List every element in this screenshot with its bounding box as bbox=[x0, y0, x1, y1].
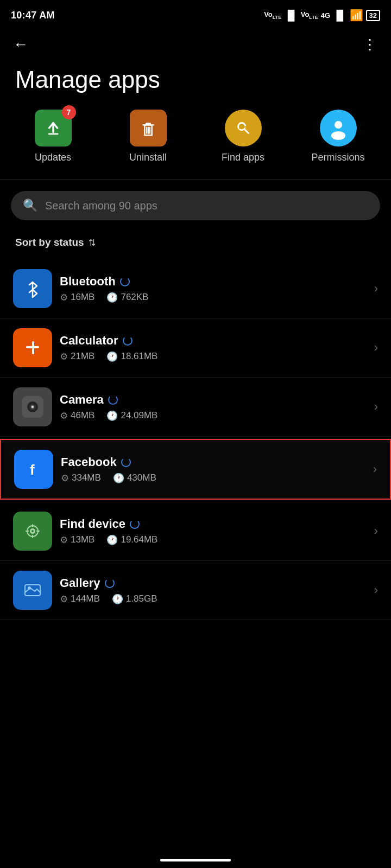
overflow-menu-button[interactable]: ⋮ bbox=[363, 36, 378, 53]
app-item-camera[interactable]: Camera ⚙ 46MB 🕐 24.09MB › bbox=[0, 378, 391, 437]
top-nav: ← ⋮ bbox=[0, 28, 391, 61]
search-icon: 🔍 bbox=[23, 199, 37, 213]
gallery-chevron-icon: › bbox=[374, 583, 378, 597]
camera-chevron-icon: › bbox=[374, 400, 378, 414]
app-item-calculator[interactable]: Calculator ⚙ 21MB 🕐 18.61MB › bbox=[0, 318, 391, 378]
gallery-meta: ⚙ 144MB 🕐 1.85GB bbox=[60, 593, 367, 605]
status-icons: VoLTE ▐▌ VoLTE 4G ▐▌ 📶 32 bbox=[264, 9, 380, 22]
action-updates[interactable]: 7 Updates bbox=[15, 110, 91, 163]
bluetooth-symbol bbox=[22, 278, 43, 299]
camera-info: Camera ⚙ 46MB 🕐 24.09MB bbox=[52, 393, 374, 422]
clock-icon-cam: 🕐 bbox=[106, 410, 118, 422]
action-permissions[interactable]: Permissions bbox=[300, 110, 376, 163]
bluetooth-name: Bluetooth bbox=[60, 275, 116, 289]
facebook-storage: ⚙ 334MB bbox=[61, 473, 101, 484]
camera-storage: ⚙ 46MB bbox=[60, 410, 94, 422]
storage-icon-calc: ⚙ bbox=[60, 351, 68, 362]
gallery-name: Gallery bbox=[60, 576, 100, 590]
uninstall-icon-wrap bbox=[130, 110, 167, 146]
app-item-finddevice[interactable]: Find device ⚙ 13MB 🕐 19.64MB › bbox=[0, 502, 391, 561]
app-item-gallery[interactable]: Gallery ⚙ 144MB 🕐 1.85GB › bbox=[0, 561, 391, 620]
svg-rect-1 bbox=[48, 133, 58, 135]
clock-icon: 🕐 bbox=[106, 292, 118, 303]
bluetooth-info: Bluetooth ⚙ 16MB 🕐 762KB bbox=[52, 275, 374, 303]
camera-cache: 🕐 24.09MB bbox=[106, 410, 157, 422]
divider bbox=[0, 180, 391, 180]
storage-icon-gallery: ⚙ bbox=[60, 593, 68, 605]
permissions-icon bbox=[326, 116, 350, 140]
sort-arrows-icon: ⇅ bbox=[89, 238, 96, 248]
calculator-info: Calculator ⚙ 21MB 🕐 18.61MB bbox=[52, 334, 374, 362]
volte-icon: VoLTE bbox=[264, 10, 281, 20]
camera-symbol bbox=[22, 396, 43, 418]
app-item-facebook[interactable]: f Facebook ⚙ 334MB 🕐 430MB › bbox=[0, 439, 391, 500]
finddevice-cache: 🕐 19.64MB bbox=[106, 534, 157, 546]
status-bar: 10:47 AM VoLTE ▐▌ VoLTE 4G ▐▌ 📶 32 bbox=[0, 0, 391, 28]
clock-icon-find: 🕐 bbox=[106, 534, 118, 546]
permissions-label: Permissions bbox=[311, 152, 364, 163]
updates-icon-wrap: 7 bbox=[35, 110, 72, 146]
svg-point-21 bbox=[32, 406, 34, 408]
facebook-app-icon: f bbox=[14, 450, 53, 489]
finddevice-chevron-icon: › bbox=[374, 524, 378, 538]
gallery-loading-icon bbox=[105, 578, 115, 588]
facebook-info: Facebook ⚙ 334MB 🕐 430MB bbox=[53, 455, 373, 484]
calculator-meta: ⚙ 21MB 🕐 18.61MB bbox=[60, 351, 367, 362]
svg-point-30 bbox=[28, 586, 31, 590]
search-bar[interactable]: 🔍 Search among 90 apps bbox=[11, 191, 380, 220]
gallery-symbol bbox=[22, 579, 43, 601]
finddevice-meta: ⚙ 13MB 🕐 19.64MB bbox=[60, 534, 367, 546]
finddevice-name: Find device bbox=[60, 517, 125, 531]
svg-point-12 bbox=[331, 131, 345, 140]
finddevice-info: Find device ⚙ 13MB 🕐 19.64MB bbox=[52, 517, 374, 546]
calculator-symbol bbox=[22, 337, 43, 359]
facebook-loading-icon bbox=[121, 457, 131, 467]
storage-icon-cam: ⚙ bbox=[60, 410, 68, 422]
gallery-info: Gallery ⚙ 144MB 🕐 1.85GB bbox=[52, 576, 374, 605]
bluetooth-cache: 🕐 762KB bbox=[106, 292, 148, 303]
bluetooth-loading-icon bbox=[120, 277, 130, 286]
4g-icon: 4G bbox=[321, 11, 330, 20]
page-title: Manage apps bbox=[0, 61, 391, 110]
uninstall-icon bbox=[138, 118, 159, 138]
facebook-name: Facebook bbox=[61, 455, 117, 469]
app-list: Bluetooth ⚙ 16MB 🕐 762KB › bbox=[0, 259, 391, 620]
action-uninstall[interactable]: Uninstall bbox=[110, 110, 186, 163]
updates-badge: 7 bbox=[62, 105, 76, 119]
facebook-meta: ⚙ 334MB 🕐 430MB bbox=[61, 473, 365, 484]
findapps-icon: APPS bbox=[233, 118, 254, 138]
calculator-app-icon bbox=[13, 328, 52, 367]
svg-point-11 bbox=[335, 121, 342, 129]
finddevice-app-icon bbox=[13, 512, 52, 551]
bluetooth-app-icon bbox=[13, 269, 52, 308]
gallery-cache: 🕐 1.85GB bbox=[112, 593, 157, 605]
findapps-label: Find apps bbox=[222, 152, 264, 163]
quick-actions-row: 7 Updates Uninstall APPS bbox=[0, 110, 391, 174]
bluetooth-meta: ⚙ 16MB 🕐 762KB bbox=[60, 292, 367, 303]
finddevice-symbol bbox=[22, 520, 43, 542]
clock-icon-fb: 🕐 bbox=[113, 473, 124, 484]
finddevice-loading-icon bbox=[130, 519, 140, 529]
camera-app-icon bbox=[13, 387, 52, 426]
camera-name: Camera bbox=[60, 393, 104, 407]
app-item-bluetooth[interactable]: Bluetooth ⚙ 16MB 🕐 762KB › bbox=[0, 259, 391, 318]
search-input[interactable]: Search among 90 apps bbox=[45, 200, 157, 212]
volte-icon-2: VoLTE bbox=[301, 10, 318, 20]
facebook-cache: 🕐 430MB bbox=[113, 473, 156, 484]
svg-text:f: f bbox=[30, 462, 35, 478]
bottom-nav-bar bbox=[0, 852, 391, 868]
calculator-cache: 🕐 18.61MB bbox=[106, 351, 157, 362]
clock-icon-gallery: 🕐 bbox=[112, 593, 123, 605]
finddevice-storage: ⚙ 13MB bbox=[60, 534, 94, 546]
camera-meta: ⚙ 46MB 🕐 24.09MB bbox=[60, 410, 367, 422]
calculator-storage: ⚙ 21MB bbox=[60, 351, 94, 362]
updates-icon bbox=[43, 118, 64, 138]
findapps-icon-wrap: APPS bbox=[225, 110, 262, 146]
back-button[interactable]: ← bbox=[13, 36, 28, 53]
calculator-chevron-icon: › bbox=[374, 341, 378, 355]
sort-row[interactable]: Sort by status ⇅ bbox=[0, 231, 391, 259]
action-findapps[interactable]: APPS Find apps bbox=[205, 110, 281, 163]
camera-loading-icon bbox=[108, 395, 118, 405]
uninstall-label: Uninstall bbox=[129, 152, 167, 163]
battery-indicator: 32 bbox=[366, 10, 380, 21]
